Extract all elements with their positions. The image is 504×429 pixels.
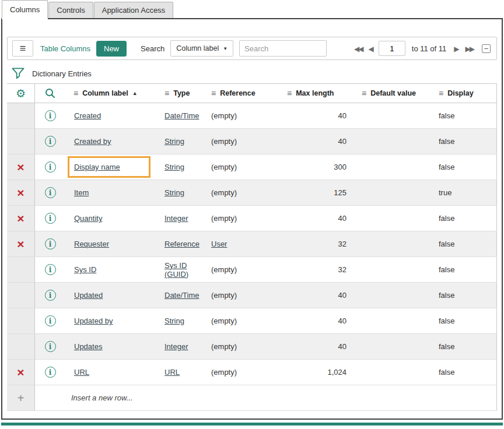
type-cell: Reference — [158, 231, 204, 256]
delete-row-icon[interactable]: × — [17, 187, 24, 199]
column-label-link[interactable]: Quantity — [74, 214, 102, 223]
search-input[interactable] — [239, 40, 327, 57]
first-page-button[interactable]: ◀◀ — [353, 43, 363, 54]
max-length-cell: 300 — [280, 154, 355, 180]
info-icon[interactable]: i — [45, 367, 56, 378]
delete-row-icon[interactable]: × — [17, 212, 24, 224]
column-menu-icon[interactable]: ≡ — [439, 89, 443, 97]
info-icon[interactable]: i — [45, 136, 56, 147]
type-link[interactable]: String — [164, 317, 184, 325]
info-icon[interactable]: i — [45, 187, 56, 198]
info-icon[interactable]: i — [45, 110, 56, 121]
column-label-highlight-box: Item — [68, 182, 150, 203]
type-cell: URL — [158, 360, 204, 385]
column-label-link[interactable]: Item — [74, 188, 89, 197]
reference-cell: User — [204, 231, 280, 256]
info-icon[interactable]: i — [45, 264, 56, 275]
sort-asc-icon: ▲ — [132, 90, 138, 96]
row-gutter-cell: × — [7, 360, 35, 385]
default-value-cell — [355, 103, 430, 128]
delete-row-icon[interactable]: × — [17, 161, 24, 173]
header-max-length[interactable]: ≡ Max length — [280, 84, 355, 103]
max-length-value: 1,024 — [327, 368, 346, 377]
reference-value: (empty) — [211, 368, 237, 377]
tab-controls[interactable]: Controls — [48, 2, 93, 18]
search-column-dropdown[interactable]: Column label ▼ — [170, 40, 233, 57]
reference-cell: (empty) — [204, 129, 280, 154]
column-label-cell: Created — [65, 103, 158, 128]
prev-page-button[interactable]: ◀ — [368, 43, 375, 54]
column-label-cell: Created by — [65, 129, 158, 154]
page-input[interactable] — [379, 41, 405, 56]
column-label-link[interactable]: Updates — [74, 342, 102, 351]
info-icon[interactable]: i — [45, 290, 56, 301]
info-icon[interactable]: i — [45, 161, 56, 173]
header-label-text: Reference — [220, 89, 255, 97]
type-link[interactable]: Date/Time — [164, 291, 199, 300]
row-gutter-cell: × — [7, 308, 35, 333]
column-label-link[interactable]: Created — [74, 111, 101, 120]
delete-row-icon[interactable]: × — [17, 366, 24, 378]
info-icon[interactable]: i — [45, 213, 56, 224]
reference-cell: (empty) — [204, 103, 280, 128]
insert-row-label[interactable]: Insert a new row... — [71, 393, 133, 402]
column-label-link[interactable]: Updated — [74, 291, 103, 300]
collapse-list-button[interactable]: − — [481, 43, 492, 54]
column-menu-icon[interactable]: ≡ — [74, 89, 78, 97]
default-value-cell — [355, 180, 430, 205]
max-length-value: 40 — [338, 342, 346, 351]
max-length-cell: 32 — [280, 257, 355, 282]
type-link[interactable]: Sys ID (GUID) — [164, 261, 204, 279]
delete-row-icon[interactable]: × — [17, 238, 24, 250]
table-row: × i Requester Reference User 32 false — [7, 231, 497, 257]
header-display[interactable]: ≡ Display — [430, 84, 497, 103]
column-label-link[interactable]: Display name — [74, 163, 120, 171]
list-settings-button[interactable]: ⚙ — [16, 88, 26, 99]
display-value: false — [439, 240, 454, 248]
header-search-cell — [35, 84, 65, 103]
next-page-button[interactable]: ▶ — [453, 43, 460, 54]
last-page-button[interactable]: ▶▶ — [464, 43, 475, 54]
type-link[interactable]: Date/Time — [164, 111, 199, 120]
filter-title[interactable]: Dictionary Entries — [32, 69, 92, 78]
info-icon[interactable]: i — [45, 341, 56, 352]
list-title-link[interactable]: Table Columns — [40, 44, 90, 53]
row-gutter-cell: × — [7, 103, 35, 128]
column-menu-icon[interactable]: ≡ — [164, 89, 169, 97]
table-row: × i Item String (empty) 125 true — [7, 180, 497, 206]
info-icon[interactable]: i — [45, 238, 56, 249]
column-menu-icon[interactable]: ≡ — [362, 89, 366, 97]
column-menu-icon[interactable]: ≡ — [287, 89, 292, 97]
header-default-value[interactable]: ≡ Default value — [355, 84, 430, 103]
list-menu-button[interactable]: ≡ — [12, 40, 33, 57]
type-link[interactable]: Integer — [164, 214, 188, 223]
tab-application-access[interactable]: Application Access — [94, 2, 173, 18]
new-button[interactable]: New — [96, 41, 127, 57]
insert-row[interactable]: + Insert a new row... — [7, 385, 497, 411]
reference-value[interactable]: User — [211, 240, 227, 248]
column-label-link[interactable]: URL — [74, 368, 89, 377]
list-search-button[interactable] — [45, 88, 55, 99]
type-link[interactable]: String — [164, 163, 184, 171]
type-link[interactable]: Reference — [164, 240, 200, 248]
filter-button[interactable] — [12, 68, 24, 79]
header-column-label[interactable]: ≡ Column label ▲ — [65, 84, 158, 103]
max-length-cell: 40 — [280, 308, 355, 333]
type-link[interactable]: String — [164, 188, 184, 197]
type-link[interactable]: URL — [164, 368, 180, 377]
tab-columns[interactable]: Columns — [2, 0, 48, 18]
insert-row-cell[interactable]: Insert a new row... — [35, 385, 497, 410]
table-row: × i Updates Integer (empty) 40 false — [7, 334, 497, 360]
type-link[interactable]: Integer — [164, 342, 188, 351]
header-reference[interactable]: ≡ Reference — [204, 84, 280, 103]
type-cell: Date/Time — [158, 103, 204, 128]
column-label-link[interactable]: Created by — [74, 137, 111, 146]
column-label-link[interactable]: Updated by — [74, 317, 113, 325]
info-icon[interactable]: i — [45, 315, 56, 326]
column-menu-icon[interactable]: ≡ — [211, 89, 216, 97]
column-label-link[interactable]: Sys ID — [74, 265, 96, 274]
column-label-link[interactable]: Requester — [74, 240, 109, 248]
type-link[interactable]: String — [164, 137, 184, 146]
max-length-cell: 40 — [280, 283, 355, 308]
header-type[interactable]: ≡ Type — [158, 84, 204, 103]
